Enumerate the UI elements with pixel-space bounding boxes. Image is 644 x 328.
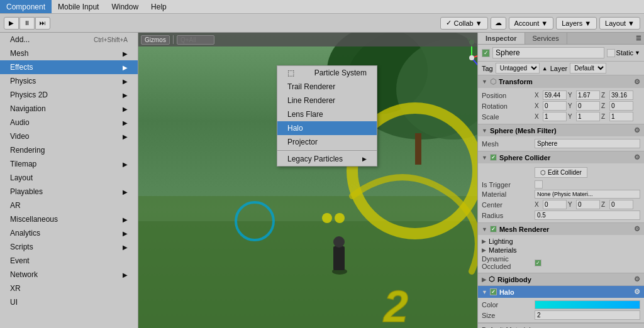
pos-y-field: Y 1.67: [568, 90, 600, 100]
navigation-menu-item[interactable]: Navigation ▶: [0, 102, 138, 116]
particle-system-item[interactable]: ⬚ Particle System: [277, 66, 377, 80]
mesh-filter-header[interactable]: ▼ Sphere (Mesh Filter) ⚙: [478, 124, 644, 136]
mesh-renderer-component: ▼ ✓ Mesh Renderer ⚙ ▶ Lighting ▶ Materia…: [478, 223, 644, 273]
transform-gear-icon[interactable]: ⚙: [634, 78, 640, 86]
menu-window[interactable]: Window: [105, 0, 145, 13]
collider-gear-icon[interactable]: ⚙: [634, 153, 640, 161]
mesh-filter-component: ▼ Sphere (Mesh Filter) ⚙ Mesh Sphere: [478, 124, 644, 151]
halo-enabled-checkbox[interactable]: ✓: [490, 288, 497, 295]
mesh-renderer-fold-icon: ▼: [482, 226, 487, 232]
static-checkbox[interactable]: [607, 49, 615, 57]
transform-fold-icon: ▼: [482, 79, 487, 85]
scene-view[interactable]: Gizmos 2: [138, 33, 477, 328]
account-button[interactable]: Account ▼: [509, 17, 554, 30]
layer-select[interactable]: Default: [570, 63, 606, 74]
center-row: Center X 0 Y 0 Z 0: [482, 199, 640, 210]
sphere-collider-header[interactable]: ▼ ✓ Sphere Collider ⚙: [478, 151, 644, 163]
scripts-menu-item[interactable]: Scripts ▶: [0, 240, 138, 254]
mesh-arrow-icon: ▶: [123, 50, 128, 57]
mesh-renderer-gear-icon[interactable]: ⚙: [634, 225, 640, 233]
trail-renderer-item[interactable]: Trail Renderer: [277, 80, 377, 94]
layout-button[interactable]: Layout ▼: [599, 17, 640, 30]
audio-arrow-icon: ▶: [123, 119, 128, 126]
halo-color-picker[interactable]: [535, 300, 640, 309]
audio-menu-item[interactable]: Audio ▶: [0, 116, 138, 129]
physics-menu-item[interactable]: Physics ▶: [0, 74, 138, 88]
physics2d-menu-item[interactable]: Physics 2D ▶: [0, 88, 138, 102]
play-button[interactable]: ▶: [4, 17, 19, 30]
scene-search-input[interactable]: [177, 35, 214, 45]
collab-arrow: ▼: [475, 19, 482, 27]
dynamic-occluded-checkbox[interactable]: ✓: [535, 260, 541, 266]
rigidbody-gear-icon[interactable]: ⚙: [634, 275, 640, 283]
tab-inspector[interactable]: Inspector: [478, 33, 525, 44]
tag-select[interactable]: Untagged: [496, 63, 540, 74]
transform-header[interactable]: ▼ ⬡ Transform ⚙: [478, 75, 644, 88]
pause-button[interactable]: ⏸: [19, 17, 35, 30]
tag-layer-row: Tag Untagged ▲ Layer Default: [478, 62, 644, 75]
projector-item[interactable]: Projector: [277, 135, 377, 149]
ui-menu-item[interactable]: UI: [0, 295, 138, 309]
object-enabled-checkbox[interactable]: ✓: [482, 49, 490, 57]
inspector-menu-btn[interactable]: ☰: [633, 33, 644, 44]
network-menu-item[interactable]: Network ▶: [0, 268, 138, 282]
ar-menu-item[interactable]: AR: [0, 199, 138, 212]
gizmos-button[interactable]: Gizmos: [141, 35, 170, 45]
transform-icon: ⬡: [490, 77, 496, 86]
rigidbody-header[interactable]: ▶ ⬡ Rigidbody ⚙: [478, 273, 644, 285]
mesh-renderer-header[interactable]: ▼ ✓ Mesh Renderer ⚙: [478, 223, 644, 235]
static-dropdown-arrow[interactable]: ▼: [635, 50, 640, 56]
layers-button[interactable]: Layers ▼: [556, 17, 597, 30]
halo-gear-icon[interactable]: ⚙: [634, 288, 640, 296]
is-trigger-row: Is Trigger: [482, 180, 640, 189]
collab-button[interactable]: ✓ Collab ▼: [440, 17, 487, 30]
materials-fold-icon[interactable]: ▶: [482, 247, 486, 253]
navigation-arrow-icon: ▶: [123, 106, 128, 112]
sphere-collider-body: ⬡ Edit Collider Is Trigger Material None…: [478, 163, 644, 222]
sphere-collider-component: ▼ ✓ Sphere Collider ⚙ ⬡ Edit Collider Is…: [478, 151, 644, 223]
layout-menu-item[interactable]: Layout: [0, 171, 138, 185]
tilemap-menu-item[interactable]: Tilemap ▶: [0, 157, 138, 171]
lighting-fold-icon[interactable]: ▶: [482, 238, 486, 244]
lighting-row: ▶ Lighting: [482, 237, 640, 246]
mesh-renderer-enabled-checkbox[interactable]: ✓: [490, 226, 497, 232]
legacy-particles-item[interactable]: Legacy Particles: [277, 152, 377, 166]
mesh-filter-gear-icon[interactable]: ⚙: [634, 126, 640, 134]
effects-menu-item[interactable]: Effects ▶: [0, 60, 138, 74]
menu-component[interactable]: Component: [0, 0, 52, 13]
halo-color-row: Color: [482, 300, 640, 310]
playables-menu-item[interactable]: Playables ▶: [0, 185, 138, 199]
inspector-object-header: ✓ Static ▼: [478, 45, 644, 62]
step-button[interactable]: ⏭: [35, 17, 50, 30]
rendering-menu-item[interactable]: Rendering: [0, 143, 138, 157]
cloud-button[interactable]: ☁: [491, 17, 506, 30]
edit-collider-button[interactable]: ⬡ Edit Collider: [535, 167, 587, 178]
halo-body: Color Size 2: [478, 298, 644, 322]
add-menu-item[interactable]: Add... Ctrl+Shift+A: [0, 33, 138, 46]
mesh-filter-body: Mesh Sphere: [478, 136, 644, 151]
center-y-field: Y 0: [568, 200, 600, 209]
line-renderer-item[interactable]: Line Renderer: [277, 94, 377, 107]
video-menu-item[interactable]: Video ▶: [0, 129, 138, 143]
object-name-input[interactable]: [492, 47, 604, 58]
svg-rect-10: [333, 246, 345, 270]
collider-enabled-checkbox[interactable]: ✓: [490, 154, 497, 161]
menu-help[interactable]: Help: [145, 0, 173, 13]
physics2d-arrow-icon: ▶: [123, 92, 128, 99]
rigidbody-component: ▶ ⬡ Rigidbody ⚙: [478, 273, 644, 286]
lens-flare-item[interactable]: Lens Flare: [277, 107, 377, 121]
xr-menu-item[interactable]: XR: [0, 282, 138, 295]
event-menu-item[interactable]: Event: [0, 254, 138, 268]
menu-mobile-input[interactable]: Mobile Input: [52, 0, 105, 13]
halo-header[interactable]: ▼ ✓ Halo ⚙: [478, 286, 644, 298]
tab-services[interactable]: Services: [525, 33, 567, 44]
transform-body: Position X 59.44 Y 1.67 Z 39.16: [478, 88, 644, 124]
is-trigger-checkbox[interactable]: [535, 180, 543, 189]
rigidbody-icon: ⬡: [489, 275, 495, 283]
mesh-menu-item[interactable]: Mesh ▶: [0, 46, 138, 60]
halo-item[interactable]: Halo: [277, 121, 377, 135]
miscellaneous-menu-item[interactable]: Miscellaneous ▶: [0, 212, 138, 226]
collab-icon: ✓: [446, 19, 452, 27]
rotation-row: Rotation X 0 Y 0 Z 0: [482, 101, 640, 111]
analytics-menu-item[interactable]: Analytics ▶: [0, 226, 138, 240]
